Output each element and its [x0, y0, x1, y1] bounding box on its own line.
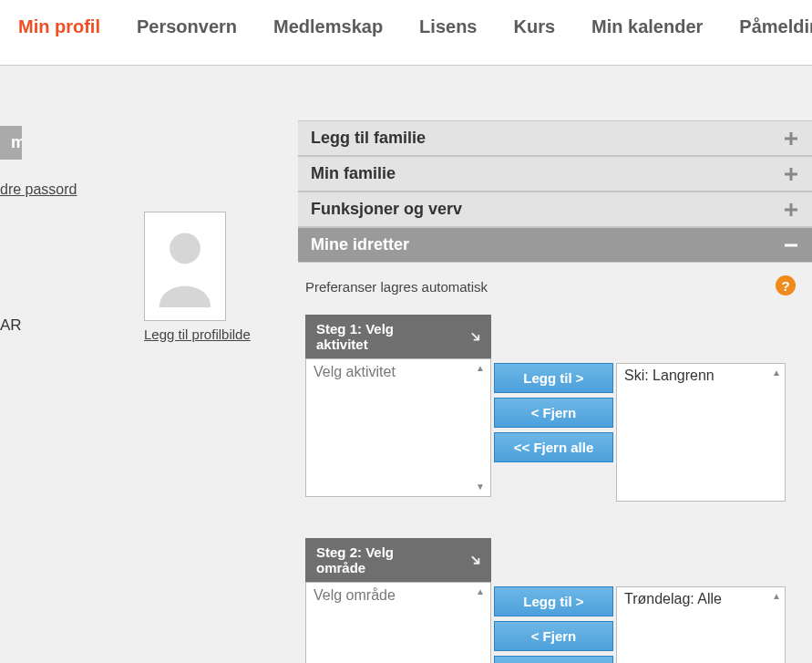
accordion-functions[interactable]: Funksjoner og verv	[298, 192, 812, 227]
step2-remove-all-button[interactable]: << Fjern alle	[494, 656, 613, 663]
accordion-my-sports[interactable]: Mine idretter	[298, 227, 812, 263]
step1-available-list[interactable]: Velg aktivitet ▲ ▼	[305, 358, 491, 497]
scroll-down-icon[interactable]: ▼	[476, 482, 487, 492]
accordion-my-family[interactable]: Min familie	[298, 156, 812, 192]
step2-button-column: Legg til > < Fjern << Fjern alle	[494, 586, 613, 663]
arrow-corner-icon	[470, 331, 480, 342]
step1-header: Steg 1: Velg aktivitet	[305, 315, 491, 358]
svg-point-0	[170, 233, 200, 264]
step1-title: Steg 1: Velg aktivitet	[316, 321, 439, 352]
scroll-up-icon[interactable]: ▲	[772, 368, 781, 378]
top-nav: Min profil Personvern Medlemskap Lisens …	[0, 0, 812, 66]
left-sidebar: m dre passord AR Legg til profilbilde	[0, 120, 298, 663]
change-password-link[interactable]: dre passord	[0, 181, 77, 198]
person-silhouette-icon	[153, 225, 217, 307]
scroll-up-icon[interactable]: ▲	[476, 586, 487, 597]
step2-add-button[interactable]: Legg til >	[494, 586, 613, 616]
nav-min-profil[interactable]: Min profil	[0, 7, 118, 47]
step2-available-placeholder: Velg område	[306, 583, 490, 608]
step2-selected-list[interactable]: Trøndelag: Alle ▲	[616, 586, 786, 663]
accordion-add-family[interactable]: Legg til familie	[298, 120, 812, 156]
step1-remove-all-button[interactable]: << Fjern alle	[494, 432, 613, 462]
accordion-my-family-label: Min familie	[311, 164, 396, 183]
arrow-corner-icon	[470, 554, 480, 565]
add-profile-photo-link[interactable]: Legg til profilbilde	[144, 326, 251, 342]
plus-icon	[783, 202, 799, 218]
accordion-add-family-label: Legg til familie	[311, 129, 426, 148]
sidebar-header-fragment: m	[0, 126, 22, 160]
nav-kurs[interactable]: Kurs	[495, 7, 573, 47]
step1-selected-list[interactable]: Ski: Langrenn ▲	[616, 363, 786, 502]
accordion-functions-label: Funksjoner og verv	[311, 200, 462, 219]
plus-icon	[783, 130, 799, 147]
nav-pamelding[interactable]: Påmelding	[721, 7, 812, 47]
autosave-info: Preferanser lagres automatisk	[305, 279, 799, 295]
minus-icon	[783, 237, 799, 254]
step1-selected-item[interactable]: Ski: Langrenn	[617, 364, 785, 388]
avatar-placeholder	[144, 212, 226, 321]
nav-min-kalender[interactable]: Min kalender	[573, 7, 721, 47]
step2-selected-item[interactable]: Trøndelag: Alle	[617, 587, 785, 611]
my-sports-body: ? Preferanser lagres automatisk Steg 1: …	[298, 263, 812, 663]
nav-personvern[interactable]: Personvern	[118, 7, 255, 47]
step2-header: Steg 2: Velg område	[305, 538, 491, 582]
accordion-my-sports-label: Mine idretter	[311, 235, 409, 254]
step2-wrap: Steg 2: Velg område Velg område ▲ Legg t…	[305, 538, 799, 663]
help-icon[interactable]: ?	[776, 275, 796, 295]
step1-remove-button[interactable]: < Fjern	[494, 398, 613, 428]
step2-title: Steg 2: Velg område	[316, 544, 439, 575]
nav-medlemskap[interactable]: Medlemskap	[255, 7, 401, 47]
nav-lisens[interactable]: Lisens	[401, 7, 495, 47]
step1-available-placeholder: Velg aktivitet	[306, 359, 490, 385]
right-content: Legg til familie Min familie Funksjoner …	[298, 120, 812, 663]
step1-wrap: Steg 1: Velg aktivitet Velg aktivitet ▲ …	[305, 315, 799, 502]
step1-button-column: Legg til > < Fjern << Fjern alle	[494, 363, 613, 462]
step2-available-list[interactable]: Velg område ▲	[305, 582, 491, 663]
scroll-up-icon[interactable]: ▲	[476, 363, 487, 374]
scroll-up-icon[interactable]: ▲	[772, 591, 781, 601]
step1-add-button[interactable]: Legg til >	[494, 363, 613, 393]
step2-remove-button[interactable]: < Fjern	[494, 621, 613, 651]
plus-icon	[783, 166, 799, 182]
